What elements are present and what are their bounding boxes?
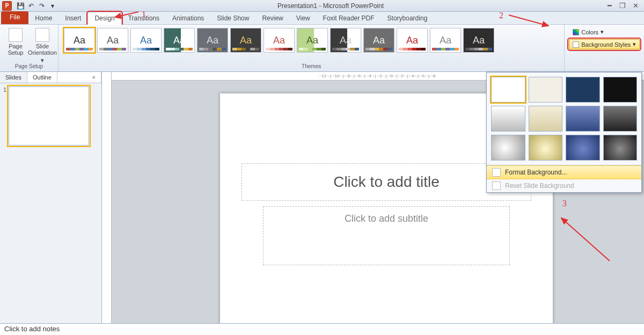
orientation-icon bbox=[35, 28, 49, 42]
tab-storyboarding[interactable]: Storyboarding bbox=[381, 12, 434, 24]
title-bar: P 💾 ↶ ↷ ▾ Presentation1 - Microsoft Powe… bbox=[0, 0, 644, 12]
theme-thumb[interactable]: Aa bbox=[463, 28, 494, 53]
group-themes: AaAaAaAaAaAaAaAaAaAaAaAaAa Themes bbox=[58, 25, 565, 71]
reset-background-item: Reset Slide Background bbox=[487, 179, 641, 192]
panel-close-icon[interactable]: × bbox=[87, 72, 101, 83]
bg-style-thumb[interactable] bbox=[529, 106, 563, 132]
group-page-setup: Page Setup Slide Orientation▾ Page Setup bbox=[0, 25, 58, 71]
tab-slideshow[interactable]: Slide Show bbox=[210, 12, 255, 24]
theme-thumb[interactable]: Aa bbox=[363, 28, 394, 53]
theme-thumb[interactable]: Aa bbox=[264, 28, 295, 53]
themes-gallery[interactable]: AaAaAaAaAaAaAaAaAaAaAaAaAa bbox=[62, 26, 561, 53]
slides-panel: Slides Outline × 1 bbox=[0, 72, 102, 323]
theme-thumb[interactable]: Aa bbox=[164, 28, 195, 53]
app-icon: P bbox=[2, 1, 12, 11]
outline-tab[interactable]: Outline bbox=[27, 72, 57, 83]
group-label-themes: Themes bbox=[62, 63, 561, 70]
minimize-icon[interactable]: ━ bbox=[604, 2, 615, 10]
tab-design[interactable]: Design bbox=[87, 12, 121, 25]
slide-orientation-button[interactable]: Slide Orientation▾ bbox=[30, 26, 55, 63]
background-styles-button[interactable]: Background Styles ▾ bbox=[569, 39, 640, 49]
tab-animations[interactable]: Animations bbox=[166, 12, 210, 24]
undo-icon[interactable]: ↶ bbox=[27, 2, 35, 10]
bg-styles-icon bbox=[573, 41, 579, 48]
quick-access-toolbar: 💾 ↶ ↷ ▾ bbox=[16, 2, 57, 10]
theme-thumb[interactable]: Aa bbox=[130, 28, 162, 53]
bg-style-thumb[interactable] bbox=[603, 135, 638, 161]
tab-review[interactable]: Review bbox=[255, 12, 289, 24]
format-background-item[interactable]: Format Background... bbox=[487, 165, 641, 179]
subtitle-placeholder[interactable]: Click to add subtitle bbox=[263, 206, 510, 265]
redo-icon[interactable]: ↷ bbox=[38, 2, 46, 10]
theme-thumb[interactable]: Aa bbox=[64, 28, 95, 53]
reset-bg-icon bbox=[492, 181, 501, 190]
bg-style-thumb[interactable] bbox=[566, 77, 600, 103]
window-title: Presentation1 - Microsoft PowerPoint bbox=[57, 2, 604, 10]
theme-thumb[interactable]: Aa bbox=[297, 28, 328, 53]
tab-foxit[interactable]: Foxit Reader PDF bbox=[317, 12, 381, 24]
close-icon[interactable]: ✕ bbox=[630, 2, 641, 10]
bg-style-thumb[interactable] bbox=[491, 106, 525, 132]
tab-transitions[interactable]: Transitions bbox=[122, 12, 166, 24]
theme-thumb[interactable]: Aa bbox=[397, 28, 428, 53]
theme-thumb[interactable]: Aa bbox=[197, 28, 228, 53]
bg-style-thumb[interactable] bbox=[603, 77, 638, 103]
bg-style-thumb[interactable] bbox=[491, 135, 525, 161]
restore-icon[interactable]: ❐ bbox=[617, 2, 628, 10]
qat-more-icon[interactable]: ▾ bbox=[48, 2, 57, 10]
slide-number: 1 bbox=[3, 86, 6, 145]
tab-file[interactable]: File bbox=[1, 11, 28, 24]
format-bg-icon bbox=[492, 168, 501, 177]
group-label-page-setup: Page Setup bbox=[15, 63, 43, 70]
notes-pane[interactable]: Click to add notes bbox=[0, 323, 644, 335]
tab-view[interactable]: View bbox=[290, 12, 317, 24]
tab-insert[interactable]: Insert bbox=[58, 12, 87, 24]
slide-thumbnail-preview bbox=[9, 86, 89, 145]
background-styles-dropdown: Format Background... Reset Slide Backgro… bbox=[486, 72, 642, 193]
group-background: Colors ▾ Background Styles ▾ bbox=[565, 25, 644, 71]
ribbon-tabs: File Home Insert Design Transitions Anim… bbox=[0, 12, 644, 25]
ribbon: Page Setup Slide Orientation▾ Page Setup… bbox=[0, 25, 644, 72]
page-setup-icon bbox=[9, 28, 23, 42]
theme-thumb[interactable]: Aa bbox=[97, 28, 128, 53]
bg-style-thumb[interactable] bbox=[603, 106, 638, 132]
ruler-vertical bbox=[102, 72, 112, 323]
theme-thumb[interactable]: Aa bbox=[330, 28, 361, 53]
colors-button[interactable]: Colors ▾ bbox=[569, 27, 640, 37]
save-icon[interactable]: 💾 bbox=[16, 2, 25, 10]
slides-tab[interactable]: Slides bbox=[0, 72, 27, 83]
page-setup-button[interactable]: Page Setup bbox=[3, 26, 28, 63]
bg-style-thumb[interactable] bbox=[529, 77, 563, 103]
slide-thumbnail[interactable]: 1 bbox=[3, 86, 98, 145]
bg-style-thumb[interactable] bbox=[529, 135, 563, 161]
tab-home[interactable]: Home bbox=[28, 12, 58, 24]
colors-icon bbox=[573, 29, 579, 35]
bg-style-thumb[interactable] bbox=[566, 106, 600, 132]
background-styles-grid bbox=[487, 72, 641, 165]
theme-thumb[interactable]: Aa bbox=[230, 28, 261, 53]
bg-style-thumb[interactable] bbox=[491, 77, 525, 103]
bg-style-thumb[interactable] bbox=[566, 135, 600, 161]
theme-thumb[interactable]: Aa bbox=[430, 28, 461, 53]
